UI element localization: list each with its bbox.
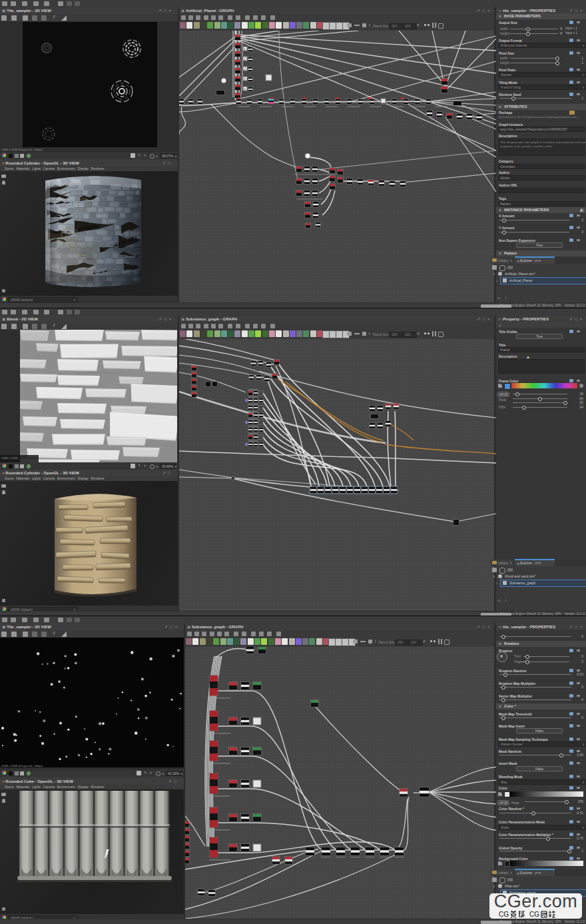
- svg-text:CG: CG: [499, 911, 509, 918]
- svg-text:CG: CG: [529, 911, 539, 918]
